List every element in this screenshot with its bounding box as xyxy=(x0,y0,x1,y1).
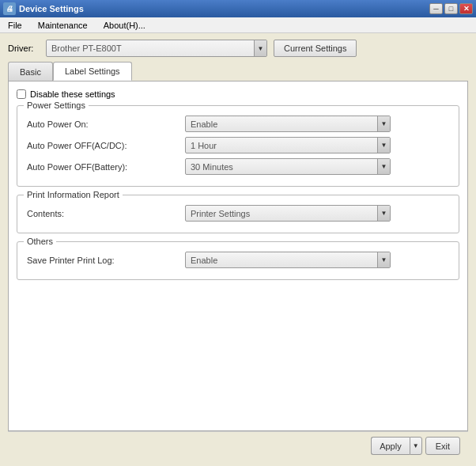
auto-power-off-battery-row: Auto Power OFF(Battery): 30 Minutes ▼ xyxy=(27,158,449,175)
auto-power-on-row: Auto Power On: Enable ▼ xyxy=(27,116,449,132)
current-settings-button[interactable]: Current Settings xyxy=(274,40,357,57)
auto-power-off-acdc-select[interactable]: 1 Hour ▼ xyxy=(185,137,391,153)
others-section: Others Save Printer Print Log: Enable ▼ xyxy=(17,241,459,280)
contents-row: Contents: Printer Settings ▼ xyxy=(27,205,449,222)
window-title: Device Settings xyxy=(19,4,84,13)
auto-power-on-value: Enable xyxy=(191,119,217,129)
title-bar: 🖨 Device Settings ─ □ ✕ xyxy=(0,0,476,17)
menu-about[interactable]: About(H)... xyxy=(99,19,150,32)
contents-arrow: ▼ xyxy=(377,206,390,221)
auto-power-off-acdc-value: 1 Hour xyxy=(191,141,217,150)
auto-power-on-label: Auto Power On: xyxy=(27,119,185,129)
menu-bar: File Maintenance About(H)... xyxy=(0,17,476,33)
driver-value: Brother PT-E800T xyxy=(51,44,122,53)
auto-power-off-battery-arrow: ▼ xyxy=(377,159,390,174)
others-title: Others xyxy=(24,237,56,246)
auto-power-off-acdc-row: Auto Power OFF(AC/DC): 1 Hour ▼ xyxy=(27,137,449,153)
close-button[interactable]: ✕ xyxy=(459,3,473,14)
auto-power-on-arrow: ▼ xyxy=(377,116,390,131)
tab-basic[interactable]: Basic xyxy=(8,62,53,81)
app-icon: 🖨 xyxy=(3,2,16,15)
auto-power-off-acdc-label: Auto Power OFF(AC/DC): xyxy=(27,141,185,150)
disable-settings-checkbox[interactable] xyxy=(17,89,26,99)
contents-label: Contents: xyxy=(27,209,185,218)
apply-button-group: Apply ▼ xyxy=(371,437,422,455)
contents-value: Printer Settings xyxy=(191,209,250,218)
apply-button[interactable]: Apply xyxy=(371,437,410,455)
others-content: Save Printer Print Log: Enable ▼ xyxy=(27,252,449,268)
save-print-log-row: Save Printer Print Log: Enable ▼ xyxy=(27,252,449,268)
save-print-log-arrow: ▼ xyxy=(377,252,390,267)
save-print-log-select[interactable]: Enable ▼ xyxy=(185,252,391,268)
driver-row: Driver: Brother PT-E800T ▼ Current Setti… xyxy=(8,40,468,57)
window-controls: ─ □ ✕ xyxy=(429,3,473,14)
power-settings-title: Power Settings xyxy=(24,100,89,110)
auto-power-off-acdc-arrow: ▼ xyxy=(377,138,390,153)
auto-power-on-select[interactable]: Enable ▼ xyxy=(185,116,391,132)
save-print-log-label: Save Printer Print Log: xyxy=(27,256,185,265)
disable-settings-label: Disable these settings xyxy=(30,89,115,99)
auto-power-off-battery-value: 30 Minutes xyxy=(191,162,233,172)
minimize-button[interactable]: ─ xyxy=(429,3,443,14)
apply-dropdown-arrow[interactable]: ▼ xyxy=(410,437,422,455)
power-settings-section: Power Settings Auto Power On: Enable ▼ A… xyxy=(17,105,459,187)
maximize-button[interactable]: □ xyxy=(444,3,458,14)
driver-select[interactable]: Brother PT-E800T ▼ xyxy=(46,40,267,57)
contents-select[interactable]: Printer Settings ▼ xyxy=(185,205,391,222)
menu-file[interactable]: File xyxy=(3,19,27,32)
auto-power-off-battery-select[interactable]: 30 Minutes ▼ xyxy=(185,158,391,175)
power-settings-content: Auto Power On: Enable ▼ Auto Power OFF(A… xyxy=(27,116,449,175)
exit-button[interactable]: Exit xyxy=(425,437,460,455)
print-info-section: Print Information Report Contents: Print… xyxy=(17,195,459,233)
tab-panel: Disable these settings Power Settings Au… xyxy=(8,81,468,431)
driver-label: Driver: xyxy=(8,44,40,53)
menu-maintenance[interactable]: Maintenance xyxy=(33,19,93,32)
disable-settings-row: Disable these settings xyxy=(17,89,459,99)
tab-label-settings[interactable]: Label Settings xyxy=(53,62,132,81)
main-content: Driver: Brother PT-E800T ▼ Current Setti… xyxy=(0,33,476,466)
auto-power-off-battery-label: Auto Power OFF(Battery): xyxy=(27,162,185,172)
bottom-bar: Apply ▼ Exit xyxy=(8,431,468,460)
print-info-content: Contents: Printer Settings ▼ xyxy=(27,205,449,222)
save-print-log-value: Enable xyxy=(191,256,217,265)
driver-select-arrow: ▼ xyxy=(254,40,266,56)
print-info-title: Print Information Report xyxy=(24,190,123,199)
tab-bar: Basic Label Settings xyxy=(8,62,468,81)
